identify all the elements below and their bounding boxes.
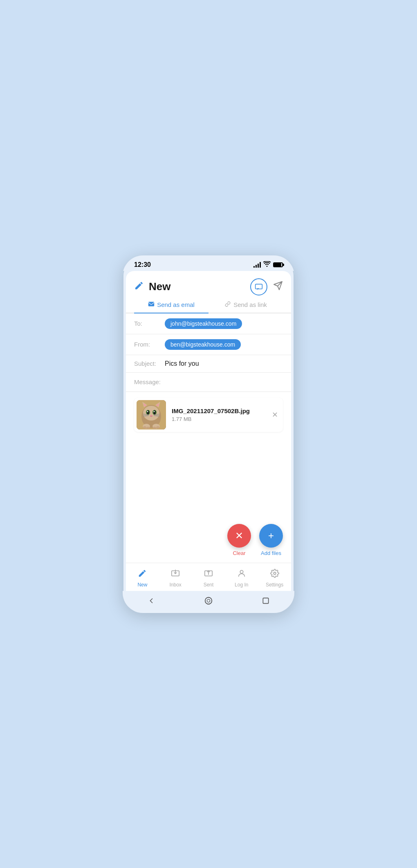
clear-fab: ✕ Clear xyxy=(227,524,251,556)
add-files-fab: + Add files xyxy=(259,524,283,556)
battery-icon xyxy=(273,262,283,267)
svg-point-14 xyxy=(154,411,155,412)
svg-point-13 xyxy=(147,411,148,412)
status-bar: 12:30 xyxy=(123,255,294,271)
svg-point-31 xyxy=(207,599,210,602)
svg-point-4 xyxy=(143,406,159,421)
page-title: New xyxy=(149,280,170,293)
add-files-label: Add files xyxy=(261,550,281,556)
back-button[interactable] xyxy=(146,595,157,606)
header-left: New xyxy=(134,280,170,293)
status-time: 12:30 xyxy=(134,261,151,268)
tab-send-as-link[interactable]: Send as link xyxy=(208,301,283,313)
svg-point-11 xyxy=(147,410,149,414)
phone-frame: 12:30 xyxy=(123,255,294,613)
svg-point-12 xyxy=(154,410,156,414)
send-icon[interactable] xyxy=(273,281,283,293)
nav-label-inbox: Inbox xyxy=(170,582,182,588)
message-row[interactable]: Message: xyxy=(126,373,291,392)
action-buttons: ✕ Clear + Add files xyxy=(126,520,291,563)
message-placeholder: Message: xyxy=(134,378,161,385)
recents-button[interactable] xyxy=(260,595,271,606)
nav-item-login[interactable]: Log In xyxy=(225,567,258,589)
message-button[interactable] xyxy=(250,278,267,295)
action-buttons-row: ✕ Clear + Add files xyxy=(227,524,283,556)
clear-button[interactable]: ✕ xyxy=(227,524,251,548)
nav-icon-login xyxy=(237,569,246,580)
attachment-filesize: 1.77 MB xyxy=(172,416,280,422)
to-row: To: john@bigsteakhouse.com xyxy=(126,313,291,334)
svg-point-30 xyxy=(205,597,212,604)
attachment-thumbnail xyxy=(137,400,166,430)
nav-label-settings: Settings xyxy=(266,582,283,588)
nav-icon-settings xyxy=(270,569,279,580)
tab-send-as-email[interactable]: Send as emal xyxy=(134,301,208,313)
svg-rect-32 xyxy=(263,598,268,603)
tabs: Send as emal Send as link xyxy=(126,301,291,313)
system-bar xyxy=(123,591,294,613)
nav-icon-inbox xyxy=(171,569,180,580)
add-files-button[interactable]: + xyxy=(259,524,283,548)
attachment-card: IMG_20211207_07502B.jpg 1.77 MB ✕ xyxy=(134,398,283,432)
app-content: New xyxy=(126,271,291,591)
svg-point-29 xyxy=(274,572,276,575)
svg-point-24 xyxy=(143,426,146,429)
from-label: From: xyxy=(134,341,161,348)
attachment-area: IMG_20211207_07502B.jpg 1.77 MB ✕ xyxy=(126,392,291,520)
email-tab-icon xyxy=(148,301,155,309)
signal-icon xyxy=(253,262,261,268)
clear-label: Clear xyxy=(233,550,245,556)
to-label: To: xyxy=(134,320,161,327)
subject-value[interactable]: Pics for you xyxy=(165,360,199,367)
from-email-pill[interactable]: ben@bigsteakhouse.com xyxy=(165,339,241,350)
tab-email-label: Send as emal xyxy=(157,301,195,308)
form-area: To: john@bigsteakhouse.com From: ben@big… xyxy=(126,313,291,563)
nav-item-sent[interactable]: Sent xyxy=(192,567,225,589)
svg-rect-1 xyxy=(148,302,154,306)
link-tab-icon xyxy=(224,301,231,309)
edit-icon xyxy=(134,281,144,293)
header-right xyxy=(250,278,283,295)
attachment-filename: IMG_20211207_07502B.jpg xyxy=(172,407,280,414)
header: New xyxy=(126,271,291,295)
bottom-nav: New Inbox Sent xyxy=(126,563,291,591)
status-icons xyxy=(253,261,283,268)
tab-link-label: Send as link xyxy=(233,301,267,308)
svg-point-27 xyxy=(156,426,159,429)
nav-icon-sent xyxy=(204,569,213,580)
home-button[interactable] xyxy=(203,595,214,606)
nav-label-sent: Sent xyxy=(204,582,214,588)
svg-rect-0 xyxy=(256,284,262,289)
nav-item-inbox[interactable]: Inbox xyxy=(159,567,192,589)
attachment-info: IMG_20211207_07502B.jpg 1.77 MB xyxy=(172,407,280,422)
to-email-pill[interactable]: john@bigsteakhouse.com xyxy=(165,318,242,329)
nav-icon-new xyxy=(138,569,147,580)
svg-point-28 xyxy=(240,570,243,573)
nav-label-login: Log In xyxy=(235,582,248,588)
from-row: From: ben@bigsteakhouse.com xyxy=(126,334,291,355)
nav-item-new[interactable]: New xyxy=(126,567,159,589)
nav-item-settings[interactable]: Settings xyxy=(258,567,291,589)
nav-label-new: New xyxy=(137,582,147,588)
wifi-icon xyxy=(263,261,271,268)
subject-row: Subject: Pics for you xyxy=(126,355,291,373)
svg-point-25 xyxy=(146,427,150,429)
svg-point-26 xyxy=(153,427,156,429)
subject-label: Subject: xyxy=(134,360,161,367)
attachment-close-button[interactable]: ✕ xyxy=(272,410,278,419)
